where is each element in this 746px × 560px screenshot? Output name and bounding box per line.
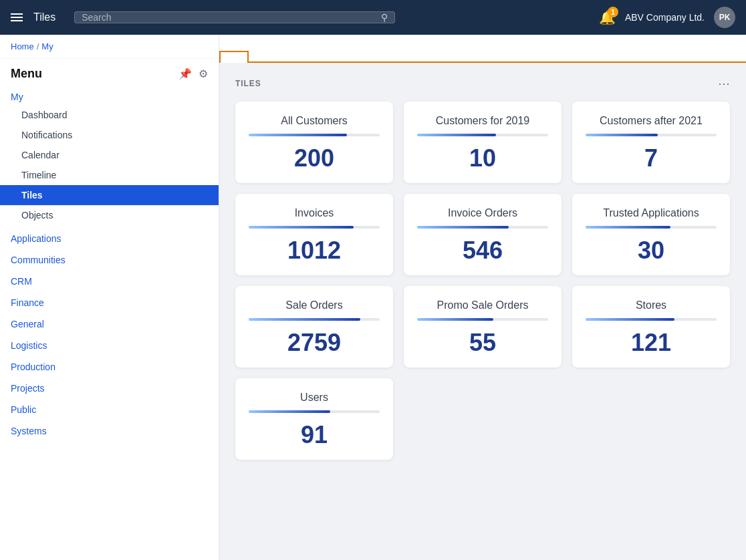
avatar[interactable]: PK (714, 7, 735, 28)
sidebar-item-finance[interactable]: Finance (0, 295, 219, 311)
sidebar-item-tiles[interactable]: Tiles (0, 185, 219, 205)
tiles-tab[interactable] (219, 51, 249, 63)
tile-title: Customers after 2021 (586, 115, 717, 127)
sidebar-item-production[interactable]: Production (0, 359, 219, 375)
tile-title: Customers for 2019 (417, 115, 548, 127)
tile-bar (249, 410, 330, 413)
tiles-container: TILES ⋯ All Customers 200 Customers for … (219, 63, 746, 560)
search-input[interactable] (82, 12, 377, 23)
tile-card[interactable]: Invoices 1012 (235, 194, 393, 275)
sidebar: Home / My Menu 📌 ⚙ My Dashboard Notifica… (0, 35, 219, 560)
tile-value: 30 (586, 237, 717, 265)
tile-bar-container (417, 226, 548, 229)
tile-value: 10 (417, 144, 548, 172)
sidebar-section-projects: Projects (0, 378, 219, 399)
tile-card[interactable]: Stores 121 (572, 286, 730, 368)
tile-bar-container (417, 318, 548, 321)
tile-card[interactable]: Customers after 2021 7 (572, 102, 730, 183)
tile-title: All Customers (249, 115, 380, 127)
layout: Home / My Menu 📌 ⚙ My Dashboard Notifica… (0, 35, 746, 560)
content-tab-bar (219, 35, 746, 63)
tile-bar (249, 226, 354, 229)
menu-header: Menu 📌 ⚙ (0, 59, 219, 86)
sidebar-section-applications: Applications (0, 228, 219, 249)
sidebar-section-finance: Finance (0, 292, 219, 313)
sidebar-item-notifications[interactable]: Notifications (0, 125, 219, 145)
tile-value: 546 (417, 237, 548, 265)
search-icon: ⚲ (381, 12, 388, 23)
sidebar-item-dashboard[interactable]: Dashboard (0, 105, 219, 125)
tile-card[interactable]: Users 91 (235, 378, 393, 460)
pin-icon[interactable]: 📌 (178, 67, 192, 80)
breadcrumb-separator: / (37, 41, 39, 51)
sidebar-section-production: Production (0, 356, 219, 378)
tile-bar-container (586, 226, 717, 229)
tile-value: 91 (249, 421, 380, 449)
menu-title: Menu (11, 67, 42, 81)
sidebar-section-crm: CRM (0, 271, 219, 292)
tile-bar (249, 318, 360, 321)
sidebar-item-general[interactable]: General (0, 316, 219, 332)
notification-badge: 1 (608, 7, 618, 17)
sidebar-section-public: Public (0, 399, 219, 420)
sidebar-item-timeline[interactable]: Timeline (0, 165, 219, 185)
tile-value: 55 (417, 329, 548, 357)
sidebar-item-applications[interactable]: Applications (0, 231, 219, 247)
tile-bar-container (249, 134, 380, 136)
breadcrumb: Home / My (0, 35, 219, 59)
tile-bar (586, 226, 670, 229)
breadcrumb-current[interactable]: My (41, 41, 53, 51)
tile-bar (417, 226, 509, 229)
tile-card[interactable]: All Customers 200 (235, 102, 393, 183)
sidebar-item-my[interactable]: My (0, 89, 219, 105)
bell-wrapper: 🔔 1 (599, 9, 616, 25)
sidebar-section-general: General (0, 313, 219, 335)
tile-title: Promo Sale Orders (417, 299, 548, 311)
settings-icon[interactable]: ⚙ (199, 67, 208, 80)
tile-title: Sale Orders (249, 299, 380, 311)
top-nav: Tiles ⚲ 🔔 1 ABV Company Ltd. PK (0, 0, 746, 35)
tile-bar (417, 134, 496, 136)
main-content: TILES ⋯ All Customers 200 Customers for … (219, 35, 746, 560)
tile-card[interactable]: Customers for 2019 10 (404, 102, 562, 183)
sidebar-section-my: My Dashboard Notifications Calendar Time… (0, 86, 219, 228)
tile-card[interactable]: Trusted Applications 30 (572, 194, 730, 275)
tiles-header: TILES ⋯ (235, 76, 730, 91)
sidebar-item-projects[interactable]: Projects (0, 380, 219, 396)
tile-title: Invoice Orders (417, 207, 548, 219)
tile-title: Stores (586, 299, 717, 311)
sidebar-section-logistics: Logistics (0, 335, 219, 356)
tile-value: 121 (586, 329, 717, 357)
tiles-menu-icon[interactable]: ⋯ (718, 76, 730, 91)
tile-bar (586, 318, 674, 321)
tile-title: Users (249, 392, 380, 404)
sidebar-item-crm[interactable]: CRM (0, 273, 219, 289)
tile-value: 200 (249, 144, 380, 172)
sidebar-item-systems[interactable]: Systems (0, 423, 219, 439)
breadcrumb-home[interactable]: Home (11, 41, 34, 51)
sidebar-item-public[interactable]: Public (0, 402, 219, 418)
tile-value: 1012 (249, 237, 380, 265)
hamburger-menu[interactable] (11, 13, 23, 21)
tile-value: 2759 (249, 329, 380, 357)
tile-bar (417, 318, 493, 321)
tile-card[interactable]: Invoice Orders 546 (404, 194, 562, 275)
menu-icons: 📌 ⚙ (178, 67, 208, 80)
tile-bar-container (417, 134, 548, 136)
sidebar-item-objects[interactable]: Objects (0, 205, 219, 225)
tile-bar-container (249, 226, 380, 229)
sidebar-item-calendar[interactable]: Calendar (0, 145, 219, 165)
tile-card[interactable]: Promo Sale Orders 55 (404, 286, 562, 368)
tile-card[interactable]: Sale Orders 2759 (235, 286, 393, 368)
sidebar-section-communities: Communities (0, 249, 219, 271)
tile-value: 7 (586, 144, 717, 172)
sidebar-section-systems: Systems (0, 420, 219, 442)
tile-bar-container (586, 318, 717, 321)
tile-bar-container (586, 134, 717, 136)
tile-bar (249, 134, 347, 136)
tile-title: Invoices (249, 207, 380, 219)
tile-bar (586, 134, 658, 136)
tile-bar-container (249, 318, 380, 321)
sidebar-item-logistics[interactable]: Logistics (0, 337, 219, 354)
sidebar-item-communities[interactable]: Communities (0, 252, 219, 268)
